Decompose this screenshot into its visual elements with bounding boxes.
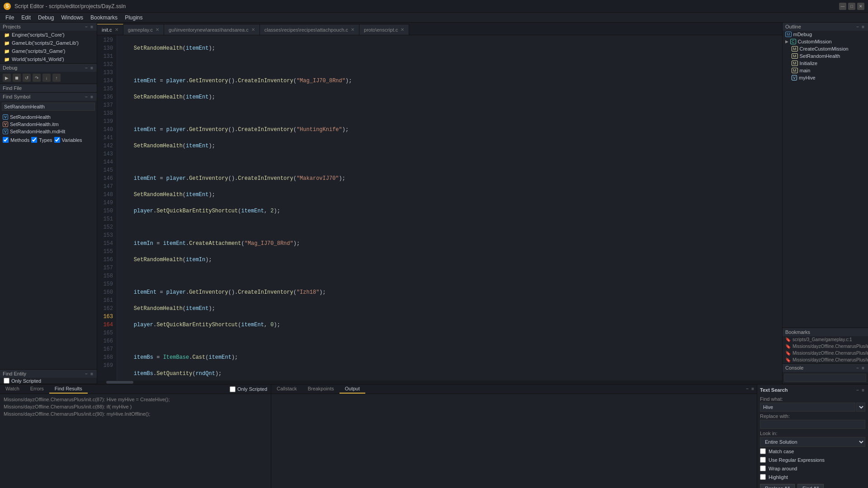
types-checkbox[interactable] [31,137,37,143]
symbol-item-setrandomhealth[interactable]: V SetRandomHealth [1,113,96,121]
outline-item-main[interactable]: M main [783,67,868,74]
editor-area: init.c ✕ gameplay.c ✕ gui\inventorynew\a… [97,23,782,384]
menu-edit[interactable]: Edit [18,14,34,22]
menu-file[interactable]: File [2,14,18,22]
methods-checkbox[interactable] [3,137,9,143]
console-collapse-btn[interactable]: − [855,366,860,371]
bottom-only-scripted-checkbox[interactable] [230,386,236,392]
variables-checkbox[interactable] [54,137,60,143]
tab-find-results[interactable]: Find Results [49,385,88,394]
wrap-around-checkbox[interactable] [760,465,766,471]
debug-stepover-btn[interactable]: ↷ [33,74,41,82]
tab-close-enscript[interactable]: ✕ [401,27,404,32]
project-game[interactable]: 📁 Game('scripts/3_Game') [0,47,97,55]
menu-windows[interactable]: Windows [57,14,87,22]
text-search-collapse-btn[interactable]: − [855,388,860,393]
tab-breakpoints[interactable]: Breakpoints [302,385,340,394]
symbol-item-setrandomhealth-rndhlt[interactable]: V SetRandomHealth.rndHlt [1,128,96,135]
highlight-checkbox[interactable] [760,474,766,480]
code-content[interactable]: SetRandomHealth(itemEnt); itemEnt = play… [117,35,782,380]
symbol-filter-methods: Methods Types Variables [0,136,97,144]
projects-collapse-btn[interactable]: − [84,24,89,29]
outline-item-custommission[interactable]: ▶ C CustomMission [783,38,868,45]
tab-gameplay[interactable]: gameplay.c ✕ [123,24,164,35]
app-icon: S [4,3,11,10]
project-world[interactable]: 📁 World('scripts/4_World') [0,55,97,63]
replace-all-button[interactable]: Replace All [760,484,795,488]
close-button[interactable]: ✕ [857,3,864,10]
outline-collapse-btn[interactable]: − [855,24,860,29]
project-gamelib[interactable]: 📁 GameLib('scripts/2_GameLib') [0,39,97,47]
debug-collapse-btn[interactable]: − [84,66,89,70]
outline-item-setrandomhealth[interactable]: M SetRandomHealth [783,52,868,60]
maximize-button[interactable]: □ [848,3,855,10]
tab-output[interactable]: Output [340,385,365,394]
find-entity-menu-btn[interactable]: ≡ [90,371,94,376]
bookmark-item-init3[interactable]: 🔖 Missions/dayzOffline.ChernarusPlus/ini… [783,357,868,363]
debug-menu-btn[interactable]: ≡ [90,66,94,70]
horizontal-scrollbar[interactable] [97,380,782,384]
projects-header: Projects − ≡ [0,23,97,31]
only-scripted-label: Only Scripted [11,378,41,384]
symbol-item-setrandomhealth-itm[interactable]: V SetRandomHealth.itm [1,121,96,128]
bookmark-item-init1[interactable]: 🔖 Missions/dayzOffline.ChernarusPlus/ini… [783,343,868,350]
tab-watch[interactable]: Watch [0,385,25,394]
main-layout: Projects − ≡ 📁 Engine('scripts/1_Core') … [0,23,868,384]
tab-callstack[interactable]: Callstack [271,385,302,394]
outline-item-initialize[interactable]: M Initialize [783,60,868,67]
text-search-panel: Text Search − ≡ Find what: ▼ Replace wit… [757,385,868,488]
output-collapse-btn[interactable]: − [745,386,750,392]
find-entity-collapse-btn[interactable]: − [84,371,89,376]
find-result-1[interactable]: Missions/dayzOffline.ChernarusPlus/init.… [2,396,269,403]
projects-menu-btn[interactable]: ≡ [90,24,94,29]
tab-enscript[interactable]: proto\enscript.c ✕ [359,24,409,35]
find-symbol-collapse-btn[interactable]: − [84,94,89,99]
find-symbol-input[interactable] [2,103,95,111]
outline-item-createcustommission[interactable]: M CreateCustomMission [783,45,868,52]
menu-plugins[interactable]: Plugins [121,14,146,22]
outline-menu-btn[interactable]: ≡ [861,24,865,29]
tab-close-init[interactable]: ✕ [115,27,118,32]
tab-close-handsarea[interactable]: ✕ [251,27,255,32]
debug-restart-btn[interactable]: ↺ [23,74,31,82]
menu-bookmarks[interactable]: Bookmarks [87,14,121,22]
outline-item-mdebug[interactable]: M mDebug [783,31,868,38]
only-scripted-checkbox[interactable] [4,378,9,384]
use-regex-checkbox[interactable] [760,457,766,463]
console-menu-btn[interactable]: ≡ [861,366,865,371]
tab-errors[interactable]: Errors [25,385,49,394]
bookmark-item-init2[interactable]: 🔖 Missions/dayzOffline.ChernarusPlus/ini… [783,350,868,357]
debug-stepinto-btn[interactable]: ↓ [42,74,51,82]
find-result-3[interactable]: Missions/dayzOffline.ChernarusPlus/init.… [2,410,269,418]
replace-with-input[interactable] [760,420,865,429]
tab-close-gameplay[interactable]: ✕ [156,27,159,32]
debug-stepout-btn[interactable]: ↑ [52,74,61,82]
look-in-select[interactable]: Entire SolutionCurrent FileCurrent Proje… [760,437,865,447]
find-what-input[interactable] [760,403,855,412]
outline-icon-v: V [792,75,797,80]
tab-handsarea[interactable]: gui\inventorynew\areas\handsarea.c ✕ [164,24,260,35]
find-what-dropdown[interactable]: ▼ [856,403,865,412]
text-search-menu-btn[interactable]: ≡ [861,388,865,393]
tab-close-attachpouch[interactable]: ✕ [351,27,354,32]
find-all-button[interactable]: Find All [797,484,824,488]
tab-attachpouch[interactable]: classes\recipes\recipes\attachpouch.c ✕ [260,24,359,35]
menu-debug[interactable]: Debug [34,14,57,22]
minimize-button[interactable]: — [839,3,846,10]
find-result-2[interactable]: Missions/dayzOffline.ChernarusPlus/init.… [2,403,269,410]
bookmark-item-gameplay[interactable]: 🔖 scripts/3_Game/gameplay.c:1 [783,336,868,343]
console-input[interactable] [784,374,866,382]
outline-icon-m2: M [792,46,798,52]
code-line-146: player.SetQuickBarEntityShortcut(itemEnt… [121,321,778,329]
outline-item-myhive[interactable]: V myHive [783,74,868,81]
debug-stop-btn[interactable]: ⏹ [13,74,21,82]
match-case-checkbox[interactable] [760,448,766,454]
search-buttons: Replace All Find All [760,484,865,488]
tab-init[interactable]: init.c ✕ [97,24,123,35]
scrollbar-thumb-h[interactable] [106,381,133,384]
find-symbol-menu-btn[interactable]: ≡ [90,94,94,99]
project-engine[interactable]: 📁 Engine('scripts/1_Core') [0,31,97,39]
output-menu-btn[interactable]: ≡ [750,386,755,392]
debug-start-btn[interactable]: ▶ [3,74,11,82]
code-editor[interactable]: 129130131132133 134135136137138 13914014… [97,35,782,380]
